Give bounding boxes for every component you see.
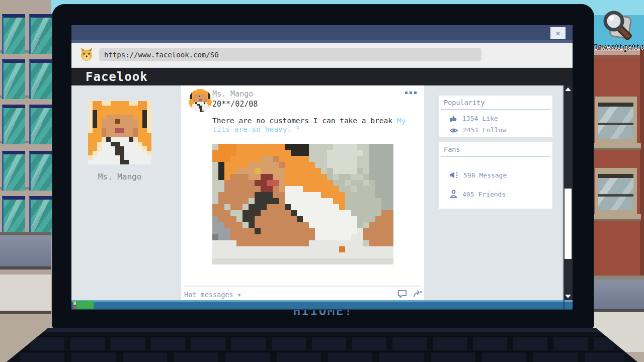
keyboard-row bbox=[20, 351, 624, 362]
building-window-row bbox=[0, 151, 51, 190]
browser-statusbar bbox=[71, 300, 573, 310]
popularity-title: Popularity bbox=[444, 99, 485, 107]
profile-name: Ms. Mango bbox=[75, 172, 164, 182]
eye-icon bbox=[450, 127, 458, 134]
browser-titlebar: ✕ bbox=[71, 25, 573, 40]
share-icon[interactable] bbox=[413, 290, 422, 298]
friends-label: Friends bbox=[478, 191, 506, 198]
status-pixel-yellow bbox=[73, 302, 76, 305]
background-building-left bbox=[0, 0, 51, 362]
laptop-hinge bbox=[0, 328, 644, 332]
message-label: Message bbox=[479, 171, 507, 179]
post-date: 20**/02/08 bbox=[212, 100, 258, 109]
magnifier-icon bbox=[599, 7, 635, 42]
desktop-icon-label: Investigation bbox=[594, 43, 644, 51]
like-count: 1354 bbox=[462, 115, 478, 122]
post-avatar[interactable] bbox=[189, 89, 212, 112]
building-window-row bbox=[0, 14, 51, 53]
profile-picture[interactable] bbox=[88, 101, 151, 164]
friends-row: 405Friends bbox=[450, 190, 506, 199]
fans-card: Fans 598Message 405Friends bbox=[439, 142, 552, 209]
keyboard-row bbox=[30, 336, 614, 350]
post-text-suffix: ° bbox=[291, 125, 300, 133]
post-text: There are no customers I can take a brea… bbox=[212, 117, 410, 134]
building-window-row bbox=[0, 196, 51, 235]
comment-icon[interactable] bbox=[397, 290, 407, 298]
like-label: Like bbox=[482, 115, 498, 122]
scrollbar-thumb[interactable] bbox=[565, 189, 572, 259]
megaphone-icon bbox=[450, 171, 458, 179]
scrollbar[interactable] bbox=[562, 85, 573, 300]
message-count: 598 bbox=[463, 171, 475, 179]
thumbs-up-icon bbox=[450, 115, 457, 122]
building-window bbox=[595, 97, 637, 143]
building-window bbox=[595, 168, 637, 214]
building-window-row bbox=[0, 59, 51, 98]
progress-block bbox=[76, 301, 94, 309]
follow-label: Follow bbox=[482, 126, 506, 134]
friends-count: 405 bbox=[462, 191, 474, 198]
browser-window: ✕ Facelook Ms. Mango Ms. Mango bbox=[71, 25, 573, 293]
desktop-icon-investigation[interactable]: Investigation bbox=[599, 7, 641, 53]
close-button[interactable]: ✕ bbox=[550, 27, 566, 39]
doge-favicon-icon bbox=[79, 47, 94, 61]
like-row: 1354Like bbox=[450, 115, 498, 124]
url-input[interactable] bbox=[99, 48, 481, 61]
popularity-card: Popularity 1354Like 2451Follow bbox=[439, 96, 552, 137]
hot-messages-dropdown[interactable]: Hot messages ▾ bbox=[184, 291, 242, 299]
post-card: Ms. Mango 20**/02/08 There are no custom… bbox=[181, 85, 424, 300]
facelook-page: Ms. Mango Ms. Mango 20**/02/08 There are… bbox=[71, 85, 573, 300]
post-image[interactable] bbox=[212, 144, 393, 264]
browser-toolbar: Facelook bbox=[71, 43, 573, 85]
scroll-down-arrow-icon[interactable] bbox=[565, 295, 571, 298]
post-menu-dots-icon[interactable] bbox=[405, 92, 418, 95]
fans-title: Fans bbox=[444, 145, 460, 153]
follow-row: 2451Follow bbox=[450, 126, 506, 135]
message-row: 598Message bbox=[450, 171, 507, 180]
building-window-row bbox=[0, 105, 51, 143]
post-author: Ms. Mango bbox=[212, 89, 253, 99]
follow-count: 2451 bbox=[463, 126, 478, 134]
facelook-navbar: Facelook bbox=[71, 68, 573, 85]
scroll-up-arrow-icon[interactable] bbox=[565, 87, 571, 91]
laptop-keyboard bbox=[0, 328, 644, 362]
post-divider bbox=[184, 286, 421, 287]
facelook-logo[interactable]: Facelook bbox=[86, 70, 148, 84]
building-edge-shadow bbox=[640, 48, 644, 276]
post-text-plain: There are no customers I can take a brea… bbox=[212, 117, 397, 125]
person-icon bbox=[450, 190, 457, 198]
